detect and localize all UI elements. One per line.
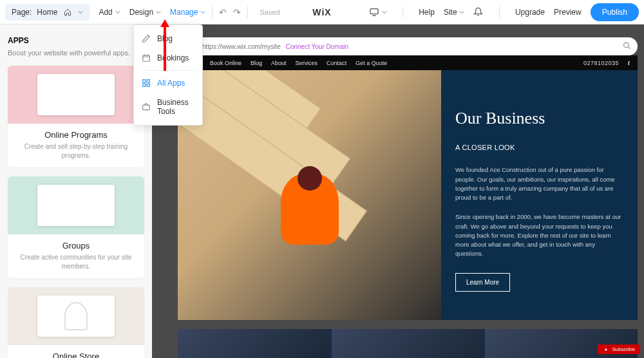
dropdown-label: Business Tools: [157, 98, 194, 116]
app-card-name: Online Store: [15, 352, 137, 358]
menu-design-label: Design: [129, 8, 153, 17]
publish-button[interactable]: Publish: [591, 3, 639, 21]
worker-illustration: [281, 174, 339, 245]
svg-rect-2: [143, 80, 146, 82]
dropdown-label: All Apps: [157, 79, 185, 88]
save-status: Saved: [260, 8, 279, 16]
undo-redo-group: ↶ ↷: [219, 7, 241, 17]
site-hero: Our Business A CLOSER LOOK We founded Ac…: [178, 70, 638, 320]
calendar-icon: [142, 53, 151, 62]
menu-manage[interactable]: Manage: [170, 8, 205, 17]
site-menu[interactable]: Site: [444, 8, 464, 17]
apps-subtitle: Boost your website with powerful apps.: [8, 49, 144, 57]
app-card-name: Online Programs: [15, 130, 137, 140]
home-icon: [62, 7, 73, 17]
connect-domain-link[interactable]: Connect Your Domain: [286, 43, 348, 50]
svg-rect-0: [370, 8, 378, 14]
svg-point-7: [624, 42, 629, 48]
menu-design[interactable]: Design: [129, 8, 161, 17]
svg-rect-3: [147, 80, 149, 82]
help-link[interactable]: Help: [419, 8, 435, 17]
hero-subtitle: A CLOSER LOOK: [455, 144, 623, 151]
right-tools: Help Site Upgrade Preview Publish: [369, 3, 639, 21]
briefcase-icon: [142, 102, 151, 111]
divider: [499, 6, 500, 18]
menu-add-label: Add: [99, 8, 112, 17]
app-card-thumbnail: [8, 287, 144, 345]
menu-manage-label: Manage: [170, 8, 198, 17]
page-selector-prefix: Page:: [12, 8, 32, 17]
hero-text-panel: Our Business A CLOSER LOOK We founded Ac…: [441, 70, 638, 320]
app-card-thumbnail: [8, 66, 144, 124]
svg-rect-1: [143, 55, 150, 61]
redo-button[interactable]: ↷: [233, 7, 241, 17]
top-menu: Add Design Manage: [99, 8, 205, 17]
app-card-desc: Create and sell step-by-step training pr…: [15, 142, 137, 160]
hero-paragraph: We founded Ace Construction out of a pur…: [455, 165, 623, 202]
hero-title: Our Business: [455, 109, 623, 128]
chevron-down-icon: [115, 10, 120, 15]
nav-link[interactable]: Get a Quote: [355, 60, 387, 66]
svg-rect-5: [147, 84, 149, 86]
chevron-down-icon: [156, 10, 161, 15]
wix-logo: WiX: [312, 7, 331, 17]
app-card-desc: Create active communities for your site …: [15, 253, 137, 270]
app-card-thumbnail: [8, 176, 144, 234]
nav-link[interactable]: About: [271, 60, 287, 66]
preview-link[interactable]: Preview: [554, 8, 582, 17]
site-second-row: [178, 329, 638, 358]
editor-topbar: Page: Home Add Design Manage ↶ ↷ Saved W…: [0, 0, 644, 24]
facebook-icon[interactable]: f: [628, 60, 630, 66]
learn-more-button[interactable]: Learn More: [455, 273, 510, 292]
site-canvas: https://www.wix.com/mysite Connect Your …: [152, 24, 644, 358]
main-area: APPS ? Boost your website with powerful …: [0, 24, 644, 358]
app-card-groups[interactable]: Groups Create active communities for you…: [8, 176, 144, 278]
youtube-subscribe-badge[interactable]: Subscribe: [598, 344, 640, 354]
app-card-name: Groups: [15, 241, 137, 250]
urlbar-row: https://www.wix.com/mysite Connect Your …: [178, 37, 638, 55]
nav-link[interactable]: Book Online: [210, 60, 242, 66]
notifications-icon[interactable]: [473, 7, 484, 17]
device-switcher[interactable]: [369, 7, 379, 17]
chevron-down-icon: [459, 10, 464, 15]
subscribe-label: Subscribe: [612, 346, 635, 352]
chevron-down-icon: [200, 10, 205, 15]
site-url-bar[interactable]: https://www.wix.com/mysite Connect Your …: [193, 37, 638, 55]
divider: [247, 6, 248, 18]
menu-add[interactable]: Add: [99, 8, 120, 17]
hero-paragraph: Since opening back in 2000, we have beco…: [455, 212, 623, 258]
site-url-text: https://www.wix.com/mysite: [202, 43, 281, 50]
pencil-icon: [142, 34, 151, 43]
nav-link[interactable]: Services: [296, 60, 318, 66]
svg-rect-6: [143, 105, 150, 110]
divider: [212, 6, 213, 18]
chevron-down-icon: [78, 10, 83, 15]
nav-link[interactable]: Contact: [327, 60, 346, 66]
dropdown-item-all-apps[interactable]: All Apps: [134, 73, 202, 93]
annotation-arrow: [158, 19, 171, 73]
dropdown-item-business-tools[interactable]: Business Tools: [134, 93, 202, 121]
upgrade-link[interactable]: Upgrade: [515, 8, 545, 17]
nav-link[interactable]: Blog: [251, 60, 262, 66]
app-card-online-store[interactable]: Online Store Sell your products or find …: [8, 287, 144, 358]
svg-rect-4: [143, 84, 146, 86]
divider: [402, 6, 403, 18]
page-selector[interactable]: Page: Home: [5, 4, 90, 21]
site-menu-label: Site: [444, 8, 457, 17]
app-card-online-programs[interactable]: Online Programs Create and sell step-by-…: [8, 66, 144, 167]
apps-panel-title: APPS ?: [8, 36, 144, 45]
apps-panel: APPS ? Boost your website with powerful …: [0, 24, 152, 358]
hero-image: [178, 70, 441, 320]
site-nav: Home Book Online Blog About Services Con…: [178, 55, 638, 70]
grid-icon: [142, 79, 151, 88]
chevron-down-icon: [382, 10, 387, 15]
undo-button[interactable]: ↶: [219, 7, 227, 17]
site-phone: 0278102035: [583, 60, 619, 66]
apps-title-text: APPS: [8, 36, 29, 45]
page-selector-name: Home: [37, 8, 57, 17]
search-icon[interactable]: [623, 42, 631, 52]
